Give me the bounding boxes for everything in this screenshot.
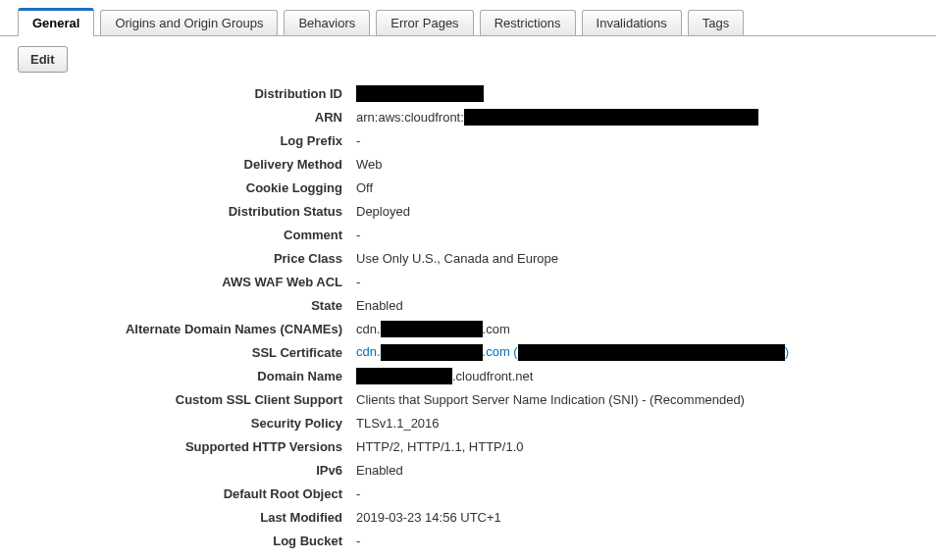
label-log-bucket: Log Bucket <box>18 534 356 548</box>
row-default-root: Default Root Object - <box>18 483 918 505</box>
value-ipv6: Enabled <box>356 463 918 478</box>
redacted-distribution-id <box>356 85 484 102</box>
redacted-ssl-id <box>518 344 785 361</box>
arn-prefix-text: arn:aws:cloudfront: <box>356 110 464 125</box>
tabs-bar: General Origins and Origin Groups Behavi… <box>0 0 936 36</box>
row-ipv6: IPv6 Enabled <box>18 459 918 482</box>
domain-suffix-text: .cloudfront.net <box>452 369 533 383</box>
row-arn: ARN arn:aws:cloudfront: <box>18 106 918 128</box>
edit-button[interactable]: Edit <box>18 46 68 73</box>
row-log-bucket: Log Bucket - <box>18 530 918 552</box>
label-arn: ARN <box>18 110 356 125</box>
label-distribution-id: Distribution ID <box>18 86 356 101</box>
value-arn: arn:aws:cloudfront: <box>356 109 918 126</box>
value-last-modified: 2019-03-23 14:56 UTC+1 <box>356 510 918 525</box>
label-comment: Comment <box>18 228 356 242</box>
label-security-policy: Security Policy <box>18 416 356 431</box>
label-http-versions: Supported HTTP Versions <box>18 439 356 454</box>
label-default-root: Default Root Object <box>18 486 356 501</box>
tab-general[interactable]: General <box>18 8 94 36</box>
row-cookie-logging: Cookie Logging Off <box>18 177 918 199</box>
value-cookie-logging: Off <box>356 180 918 195</box>
redacted-cname <box>381 321 483 337</box>
row-comment: Comment - <box>18 224 918 246</box>
cnames-suffix-text: .com <box>483 322 510 336</box>
row-price-class: Price Class Use Only U.S., Canada and Eu… <box>18 247 918 270</box>
ssl-prefix-text: cdn. <box>356 344 381 359</box>
label-ipv6: IPv6 <box>18 463 356 478</box>
tab-behaviors[interactable]: Behaviors <box>284 10 370 35</box>
value-delivery-method: Web <box>356 157 918 172</box>
redacted-domain <box>356 368 452 384</box>
row-http-versions: Supported HTTP Versions HTTP/2, HTTP/1.1… <box>18 435 918 458</box>
redacted-arn <box>464 109 758 126</box>
label-waf-acl: AWS WAF Web ACL <box>18 275 356 289</box>
row-distribution-id: Distribution ID <box>18 82 918 105</box>
label-ssl-cert: SSL Certificate <box>18 345 356 360</box>
value-distribution-id <box>356 85 918 102</box>
redacted-ssl-domain <box>381 344 483 361</box>
label-log-prefix: Log Prefix <box>18 133 356 148</box>
value-log-bucket: - <box>356 534 918 548</box>
tab-origins[interactable]: Origins and Origin Groups <box>100 10 278 35</box>
value-comment: - <box>356 228 918 242</box>
label-cnames: Alternate Domain Names (CNAMEs) <box>18 322 356 336</box>
ssl-mid-text: .com ( <box>483 344 518 359</box>
row-ssl-cert: SSL Certificate cdn..com () <box>18 341 918 364</box>
value-ssl-cert: cdn..com () <box>356 344 918 361</box>
row-delivery-method: Delivery Method Web <box>18 153 918 176</box>
label-state: State <box>18 298 356 313</box>
row-last-modified: Last Modified 2019-03-23 14:56 UTC+1 <box>18 506 918 529</box>
value-domain-name: .cloudfront.net <box>356 368 918 384</box>
label-delivery-method: Delivery Method <box>18 157 356 172</box>
details-panel: Distribution ID ARN arn:aws:cloudfront: … <box>0 82 936 560</box>
row-cnames: Alternate Domain Names (CNAMEs) cdn..com <box>18 318 918 340</box>
value-http-versions: HTTP/2, HTTP/1.1, HTTP/1.0 <box>356 439 918 454</box>
label-custom-ssl: Custom SSL Client Support <box>18 392 356 407</box>
value-state: Enabled <box>356 298 918 313</box>
row-domain-name: Domain Name .cloudfront.net <box>18 365 918 387</box>
label-cookie-logging: Cookie Logging <box>18 180 356 195</box>
row-distribution-status: Distribution Status Deployed <box>18 200 918 223</box>
value-price-class: Use Only U.S., Canada and Europe <box>356 251 918 266</box>
value-waf-acl: - <box>356 275 918 289</box>
tab-restrictions[interactable]: Restrictions <box>480 10 576 35</box>
label-last-modified: Last Modified <box>18 510 356 525</box>
tab-tags[interactable]: Tags <box>688 10 744 35</box>
tab-invalidations[interactable]: Invalidations <box>582 10 682 35</box>
toolbar: Edit <box>0 36 936 82</box>
value-default-root: - <box>356 486 918 501</box>
row-custom-ssl: Custom SSL Client Support Clients that S… <box>18 388 918 411</box>
label-distribution-status: Distribution Status <box>18 204 356 219</box>
value-cnames: cdn..com <box>356 321 918 337</box>
value-custom-ssl: Clients that Support Server Name Indicat… <box>356 392 918 407</box>
label-price-class: Price Class <box>18 251 356 266</box>
value-distribution-status: Deployed <box>356 204 918 219</box>
cnames-prefix-text: cdn. <box>356 322 381 336</box>
row-state: State Enabled <box>18 294 918 317</box>
tab-error-pages[interactable]: Error Pages <box>376 10 473 35</box>
row-waf-acl: AWS WAF Web ACL - <box>18 271 918 293</box>
value-log-prefix: - <box>356 133 918 148</box>
ssl-cert-link[interactable]: cdn..com () <box>356 344 789 361</box>
row-log-prefix: Log Prefix - <box>18 129 918 152</box>
row-security-policy: Security Policy TLSv1.1_2016 <box>18 412 918 434</box>
label-domain-name: Domain Name <box>18 369 356 383</box>
ssl-suffix-text: ) <box>785 344 789 359</box>
value-security-policy: TLSv1.1_2016 <box>356 416 918 431</box>
